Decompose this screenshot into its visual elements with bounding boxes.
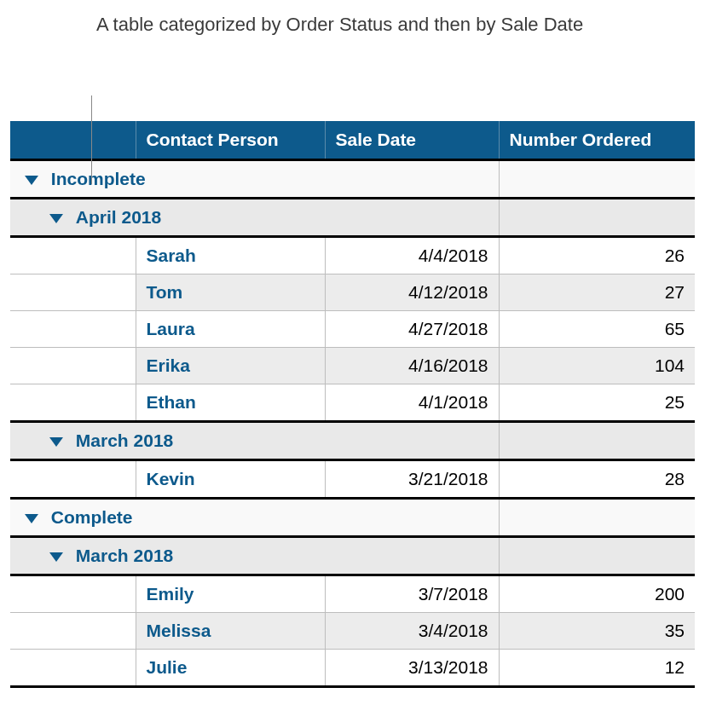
disclosure-triangle-icon[interactable] [25,176,38,185]
empty-cell [499,160,695,199]
month-label: April 2018 [76,207,161,227]
row-gutter [10,575,136,613]
disclosure-triangle-icon[interactable] [25,514,38,523]
table-row[interactable]: Erika 4/16/2018 104 [10,348,695,384]
table-row[interactable]: Sarah 4/4/2018 26 [10,237,695,274]
disclosure-triangle-icon[interactable] [49,214,63,223]
empty-cell [325,199,499,237]
cell-number[interactable]: 200 [499,575,695,613]
cell-number[interactable]: 12 [499,650,695,687]
row-gutter [10,460,136,499]
status-label: Complete [51,507,133,527]
table-row[interactable]: Laura 4/27/2018 65 [10,311,695,348]
cell-contact[interactable]: Julie [136,650,325,687]
category-status-row[interactable]: Incomplete [10,160,695,199]
empty-cell [325,422,499,460]
cell-date[interactable]: 4/4/2018 [325,237,499,274]
cell-date[interactable]: 3/7/2018 [325,575,499,613]
cell-date[interactable]: 4/1/2018 [325,384,499,422]
cell-date[interactable]: 4/27/2018 [325,311,499,348]
cell-number[interactable]: 27 [499,274,695,311]
cell-number[interactable]: 35 [499,613,695,650]
table-row[interactable]: Ethan 4/1/2018 25 [10,384,695,422]
cell-date[interactable]: 4/12/2018 [325,274,499,311]
cell-date[interactable]: 4/16/2018 [325,348,499,384]
table-row[interactable]: Tom 4/12/2018 27 [10,274,695,311]
empty-cell [499,422,695,460]
col-blank[interactable] [10,121,136,160]
disclosure-triangle-icon[interactable] [49,437,63,447]
categorized-table: Contact Person Sale Date Number Ordered … [10,121,695,688]
cell-date[interactable]: 3/4/2018 [325,613,499,650]
month-label: March 2018 [76,430,173,450]
cell-date[interactable]: 3/21/2018 [325,460,499,499]
col-contact-person[interactable]: Contact Person [136,121,325,160]
table-row[interactable]: Kevin 3/21/2018 28 [10,460,695,499]
table-row[interactable]: Julie 3/13/2018 12 [10,650,695,687]
cell-number[interactable]: 28 [499,460,695,499]
cell-contact[interactable]: Sarah [136,237,325,274]
row-gutter [10,613,136,650]
row-gutter [10,274,136,311]
table-row[interactable]: Emily 3/7/2018 200 [10,575,695,613]
cell-contact[interactable]: Erika [136,348,325,384]
row-gutter [10,237,136,274]
row-gutter [10,650,136,687]
empty-cell [499,499,695,537]
cell-contact[interactable]: Laura [136,311,325,348]
row-gutter [10,384,136,422]
category-month-row[interactable]: March 2018 [10,422,695,460]
cell-contact[interactable]: Tom [136,274,325,311]
cell-date[interactable]: 3/13/2018 [325,650,499,687]
empty-cell [325,537,499,575]
category-month-row[interactable]: March 2018 [10,537,695,575]
cell-number[interactable]: 104 [499,348,695,384]
cell-number[interactable]: 25 [499,384,695,422]
cell-contact[interactable]: Emily [136,575,325,613]
table-header-row: Contact Person Sale Date Number Ordered [10,121,695,160]
col-sale-date[interactable]: Sale Date [325,121,499,160]
cell-contact[interactable]: Melissa [136,613,325,650]
cell-number[interactable]: 26 [499,237,695,274]
cell-number[interactable]: 65 [499,311,695,348]
status-label: Incomplete [51,169,146,188]
row-gutter [10,348,136,384]
empty-cell [499,199,695,237]
col-number-ordered[interactable]: Number Ordered [499,121,695,160]
empty-cell [325,160,499,199]
empty-cell [325,499,499,537]
cell-contact[interactable]: Kevin [136,460,325,499]
annotation-text: A table categorized by Order Status and … [96,12,583,38]
disclosure-triangle-icon[interactable] [49,552,63,562]
empty-cell [499,537,695,575]
category-status-row[interactable]: Complete [10,499,695,537]
row-gutter [10,311,136,348]
month-label: March 2018 [76,546,173,565]
annotation-callout: A table categorized by Order Status and … [10,12,695,121]
category-month-row[interactable]: April 2018 [10,199,695,237]
cell-contact[interactable]: Ethan [136,384,325,422]
table-row[interactable]: Melissa 3/4/2018 35 [10,613,695,650]
annotation-leader-line [91,95,92,184]
